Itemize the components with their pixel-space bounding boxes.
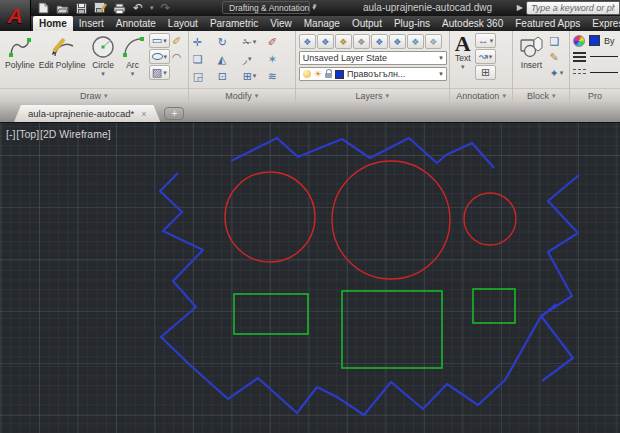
layer-match-button[interactable]: ❖ xyxy=(407,34,424,49)
tab-plugins[interactable]: Plug-ins xyxy=(388,16,436,31)
tab-annotate[interactable]: Annotate xyxy=(110,16,162,31)
fillet-dropdown-caret[interactable]: ▾ xyxy=(248,55,252,63)
hatch-dropdown-caret[interactable]: ▾ xyxy=(163,69,167,77)
scale-button[interactable]: ⊡ xyxy=(217,68,242,84)
tab-parametric[interactable]: Parametric xyxy=(204,16,264,31)
green-rectangle[interactable] xyxy=(473,289,515,323)
blue-zigzag-polyline[interactable] xyxy=(231,138,494,168)
layer-thaw-sun-icon[interactable]: ☀ xyxy=(314,69,322,79)
new-button[interactable] xyxy=(36,2,50,15)
layer-off-button[interactable]: ❖ xyxy=(317,34,334,49)
file-tab-close-icon[interactable]: × xyxy=(141,109,146,119)
tab-home[interactable]: Home xyxy=(33,16,73,31)
arc-button[interactable]: Arc ▾ xyxy=(119,33,147,79)
text-dropdown-caret[interactable]: ▾ xyxy=(461,63,465,71)
lineweight-dropdown[interactable] xyxy=(573,50,618,63)
layer-state-dropdown[interactable]: Unsaved Layer State ▾ xyxy=(299,51,447,65)
layer-color-swatch[interactable] xyxy=(335,70,344,79)
dimension-button[interactable]: ↔ ▾ xyxy=(475,33,497,48)
blue-zigzag-polyline[interactable] xyxy=(160,173,556,415)
layer-properties-button[interactable]: ❖ xyxy=(299,34,316,49)
stretch-button[interactable]: ◲ xyxy=(192,68,217,84)
ellipse-button[interactable]: ▾ xyxy=(149,49,171,64)
rectangle-button[interactable]: ▭ ▾ xyxy=(149,33,171,48)
define-attributes-button[interactable]: ✦ ▾ xyxy=(548,65,564,81)
mirror-button[interactable]: ◭ xyxy=(217,51,242,67)
tab-featured-apps[interactable]: Featured Apps xyxy=(509,16,586,31)
array-button[interactable]: ⊞▾ xyxy=(242,68,267,84)
offset-button[interactable]: ≋ xyxy=(267,68,292,84)
save-button[interactable] xyxy=(74,2,88,15)
layer-freeze-button[interactable]: ❖ xyxy=(353,34,370,49)
linetype-dropdown[interactable] xyxy=(573,66,618,79)
plot-button[interactable] xyxy=(112,2,126,15)
insert-block-button[interactable]: Insert xyxy=(516,33,546,71)
attributes-dropdown-caret[interactable]: ▾ xyxy=(560,69,564,77)
leader-dropdown-caret[interactable]: ▾ xyxy=(489,53,493,61)
search-input[interactable] xyxy=(526,1,620,15)
table-button[interactable]: ⊞ xyxy=(475,65,497,80)
layer-unlock-button[interactable]: ❖ xyxy=(389,34,406,49)
layer-lock-button[interactable]: ❖ xyxy=(371,34,388,49)
move-button[interactable]: ✛ xyxy=(192,34,217,50)
layer-prev-button[interactable]: ❖ xyxy=(425,34,442,49)
hatch-button[interactable]: ▨ ▾ xyxy=(149,65,171,80)
circle-button[interactable]: Circle ▾ xyxy=(88,33,119,79)
arc-dropdown-caret[interactable]: ▾ xyxy=(131,70,135,78)
fillet-button[interactable]: ◞▾ xyxy=(242,51,267,67)
save-as-button[interactable] xyxy=(93,2,107,15)
undo-button[interactable]: ↶ xyxy=(131,2,145,15)
explode-button[interactable]: ✶ xyxy=(267,51,292,67)
layer-on-bulb-icon[interactable] xyxy=(303,70,311,78)
green-rectangle[interactable] xyxy=(342,291,442,368)
current-layer-dropdown[interactable]: ☀ Правоъгълн... ▾ xyxy=(299,67,447,81)
trim-button[interactable]: ✁▾ xyxy=(242,34,267,50)
ellipse-dropdown-caret[interactable]: ▾ xyxy=(164,53,168,61)
polyline-button[interactable]: Polyline xyxy=(3,33,37,71)
workspace-switcher[interactable]: Drafting & Annotation ▾ xyxy=(222,1,310,14)
panel-label-layers[interactable]: Layers ▾ xyxy=(296,88,449,102)
undo-dropdown-caret[interactable]: ▾ xyxy=(150,4,154,12)
tab-autodesk360[interactable]: Autodesk 360 xyxy=(436,16,509,31)
viewport-visual-style-control[interactable]: [2D Wireframe] xyxy=(40,128,111,140)
blue-zigzag-polyline[interactable] xyxy=(541,175,579,381)
panel-label-modify[interactable]: Modify ▾ xyxy=(189,88,295,102)
edit-block-button[interactable]: ✎ xyxy=(548,49,564,65)
tab-output[interactable]: Output xyxy=(346,16,388,31)
red-circle[interactable] xyxy=(464,193,516,245)
infocenter-arrow-icon[interactable]: ▶ xyxy=(517,3,523,12)
green-rectangle[interactable] xyxy=(234,294,308,334)
array-dropdown-caret[interactable]: ▾ xyxy=(253,72,257,80)
new-drawing-tab-button[interactable]: + xyxy=(164,107,184,120)
erase-button[interactable]: ✐ xyxy=(267,34,292,50)
tab-manage[interactable]: Manage xyxy=(298,16,346,31)
revision-cloud-button[interactable]: ◠ xyxy=(171,49,183,65)
trim-dropdown-caret[interactable]: ▾ xyxy=(253,38,257,46)
red-circle[interactable] xyxy=(332,161,450,279)
leader-button[interactable]: ↝ ▾ xyxy=(475,49,497,64)
viewport-minimize-control[interactable]: [-] xyxy=(6,128,15,140)
gradient-button[interactable]: ✐ xyxy=(171,33,183,49)
open-button[interactable] xyxy=(55,2,69,15)
viewport-view-control[interactable]: [Top] xyxy=(16,128,39,140)
application-menu-button[interactable]: A xyxy=(0,0,31,31)
panel-label-annotation[interactable]: Annotation ▾ xyxy=(450,88,513,102)
panel-label-block[interactable]: Block ▾ xyxy=(513,88,569,102)
tab-express-tools[interactable]: Express Tools xyxy=(586,16,620,31)
layer-unlocked-icon[interactable] xyxy=(325,73,332,78)
tab-view[interactable]: View xyxy=(264,16,298,31)
object-color-dropdown[interactable]: By xyxy=(573,34,618,47)
qat-customize-button[interactable]: ▾ xyxy=(313,2,317,10)
text-button[interactable]: A Text ▾ xyxy=(453,33,473,72)
red-circle[interactable] xyxy=(225,172,315,262)
panel-label-draw[interactable]: Draw ▾ xyxy=(0,88,188,102)
dimension-dropdown-caret[interactable]: ▾ xyxy=(490,37,494,45)
drawing-canvas[interactable]: [-] [Top] [2D Wireframe] xyxy=(0,122,620,433)
copy-button[interactable]: ❏ xyxy=(192,51,217,67)
file-tab[interactable]: aula-uprajnenie-autocad* × xyxy=(14,105,160,122)
layer-isolate-button[interactable]: ❖ xyxy=(335,34,352,49)
tab-layout[interactable]: Layout xyxy=(162,16,204,31)
edit-polyline-button[interactable]: Edit Polyline xyxy=(37,33,88,71)
panel-label-properties[interactable]: Pro xyxy=(570,88,620,102)
rectangle-dropdown-caret[interactable]: ▾ xyxy=(163,37,167,45)
